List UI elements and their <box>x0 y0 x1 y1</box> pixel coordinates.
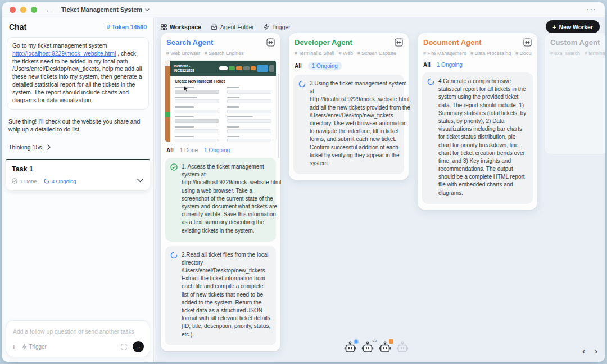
desktop-background: ← Ticket Management System ··· Chat # To… <box>0 0 607 364</box>
task-summary-card[interactable]: Task 1 1 Done 4 Ongoing <box>6 159 150 190</box>
grid-icon <box>161 24 167 30</box>
chat-input[interactable] <box>12 328 144 335</box>
custom-agent-card: Custom Agent # exa_search # terminal # s <box>545 33 605 154</box>
trigger-button[interactable]: Trigger <box>22 344 47 350</box>
title-bar: ← Ticket Management System ··· <box>2 2 605 17</box>
task-item[interactable]: 1. Access the ticket management system a… <box>165 158 276 242</box>
search-agent-tags: # Web Browser # Search Engines <box>166 51 275 56</box>
tag: # Data Processing <box>470 51 511 56</box>
developer-agent-title: Developer Agent <box>295 38 352 47</box>
expand-card-button[interactable] <box>395 38 403 47</box>
chevron-down-icon <box>145 8 150 11</box>
workspace-tab[interactable]: Workspace <box>161 24 201 30</box>
user-message-bubble: Go to my ticket management system http:/… <box>7 37 149 110</box>
thumbnail-form-title: Create New Incident Ticket <box>175 79 271 83</box>
chat-title: Chat <box>9 22 26 31</box>
ongoing-stat-label: 4 Ongoing <box>52 178 76 184</box>
thinking-toggle[interactable]: Thinking 15s <box>8 144 147 151</box>
lightning-icon <box>22 344 27 350</box>
document-agent-card: Document Agent # Fire Management # Data … <box>418 33 537 210</box>
mouse-cursor-icon <box>184 84 189 94</box>
thumbnail-header: Incident - INC0321858 <box>170 61 276 76</box>
filter-all[interactable]: All <box>166 147 174 153</box>
chat-panel: Chat # Token 14560 Go to my ticket manag… <box>2 17 154 362</box>
filter-ongoing[interactable]: 1 Ongoing <box>308 62 342 70</box>
trigger-tab[interactable]: Trigger <box>264 24 291 30</box>
task-title: Task 1 <box>12 165 144 173</box>
user-message-link[interactable]: http://localhost:9229/mock_website.html <box>12 51 116 57</box>
document-worker-icon[interactable] <box>378 341 392 356</box>
expand-card-button[interactable] <box>523 38 532 47</box>
filter-done[interactable]: 1 Done <box>180 147 198 153</box>
app-window: ← Ticket Management System ··· Chat # To… <box>2 2 605 362</box>
document-badge-icon <box>389 339 393 344</box>
next-page-button[interactable]: › <box>595 347 597 355</box>
plus-icon: + <box>552 24 556 30</box>
ongoing-stat: 4 Ongoing <box>44 178 76 184</box>
browser-screenshot-thumbnail[interactable]: Incident - INC0321858 Create New Inciden… <box>165 61 276 142</box>
filter-ongoing[interactable]: 1 Ongoing <box>437 62 463 68</box>
window-title-label: Ticket Management System <box>61 6 142 13</box>
custom-agent-title: Custom Agent <box>550 38 600 47</box>
minimize-window-button[interactable] <box>20 7 26 13</box>
token-counter[interactable]: # Token 14560 <box>107 24 147 30</box>
card-scrollbar[interactable] <box>278 74 279 158</box>
assistant-message: Sure thing! I'll check out the website y… <box>8 118 147 134</box>
zoom-window-button[interactable] <box>31 7 37 13</box>
search-worker-icon[interactable] <box>343 341 357 356</box>
task-item[interactable]: 4.Generate a comprehensive statistical r… <box>422 72 533 204</box>
expand-task-chevron[interactable] <box>137 175 143 185</box>
more-menu-icon[interactable]: ··· <box>587 6 597 13</box>
agent-folder-tab[interactable]: Agent Folder <box>211 24 254 30</box>
filter-all[interactable]: All <box>295 63 302 69</box>
prev-page-button[interactable]: ‹ <box>582 347 585 355</box>
document-task-filters: All 1 Ongoing <box>423 62 532 68</box>
expand-card-button[interactable] <box>266 38 275 47</box>
spinner-icon <box>44 178 49 184</box>
chevron-down-icon <box>137 179 143 183</box>
user-message-prefix: Go to my ticket management system <box>12 43 107 49</box>
window-title[interactable]: Ticket Management System <box>61 6 150 13</box>
close-window-button[interactable] <box>10 7 16 13</box>
task-item[interactable]: 2.Read all ticket files from the local d… <box>165 246 276 345</box>
tag: # Web Browser <box>166 51 200 56</box>
task-item[interactable]: 3.Using the ticket management system at … <box>293 75 404 174</box>
search-task-filters: All 1 Done 1 Ongoing <box>166 147 275 153</box>
agent-folder-icon <box>211 24 218 30</box>
done-stat-label: 1 Done <box>20 178 37 184</box>
search-agent-title: Search Agent <box>166 38 213 47</box>
chevron-right-icon <box>47 144 51 150</box>
task-text: 3.Using the ticket management system at … <box>310 80 411 167</box>
developer-task-filters: All 1 Ongoing <box>295 62 403 70</box>
new-worker-label: New Worker <box>559 24 594 30</box>
filter-all[interactable]: All <box>423 62 431 68</box>
send-button[interactable]: → <box>133 341 144 352</box>
developer-agent-card: Developer Agent # Terminal & Shell # Web… <box>289 33 409 180</box>
lightning-icon <box>264 24 269 30</box>
developer-worker-icon[interactable]: <> <box>361 341 374 356</box>
expand-input-icon[interactable] <box>121 344 127 350</box>
tag: # Fire Management <box>423 51 466 56</box>
pagination-arrows: ‹ › <box>582 347 597 355</box>
tag: # terminal <box>585 51 605 56</box>
task-text: 1. Access the ticket management system a… <box>182 163 281 235</box>
document-agent-title: Document Agent <box>423 38 482 47</box>
chat-header: Chat # Token 14560 <box>2 17 153 35</box>
task-text: 4.Generate a comprehensive statistical r… <box>438 78 528 197</box>
trigger-tab-label: Trigger <box>272 24 291 30</box>
tag: # Terminal & Shell <box>295 51 334 56</box>
custom-worker-icon[interactable] <box>396 341 409 356</box>
thumbnail-incident-title: Incident - INC0321858 <box>174 64 194 73</box>
workspace-toolbar: Workspace Agent Folder Trigger <box>161 21 291 33</box>
filter-ongoing[interactable]: 1 Ongoing <box>204 147 230 153</box>
worker-dock: <> <box>343 341 409 356</box>
spinner-icon <box>427 78 434 197</box>
new-worker-button[interactable]: + New Worker <box>546 20 600 33</box>
attach-plus-icon[interactable]: + <box>12 343 16 351</box>
tag: # Search Engines <box>205 51 243 56</box>
thumbnail-sidebar <box>165 61 170 142</box>
chat-input-toolbar: + Trigger → <box>12 341 144 352</box>
back-icon[interactable]: ← <box>45 6 52 13</box>
spinner-icon <box>170 251 178 339</box>
thinking-label: Thinking 15s <box>8 144 42 151</box>
